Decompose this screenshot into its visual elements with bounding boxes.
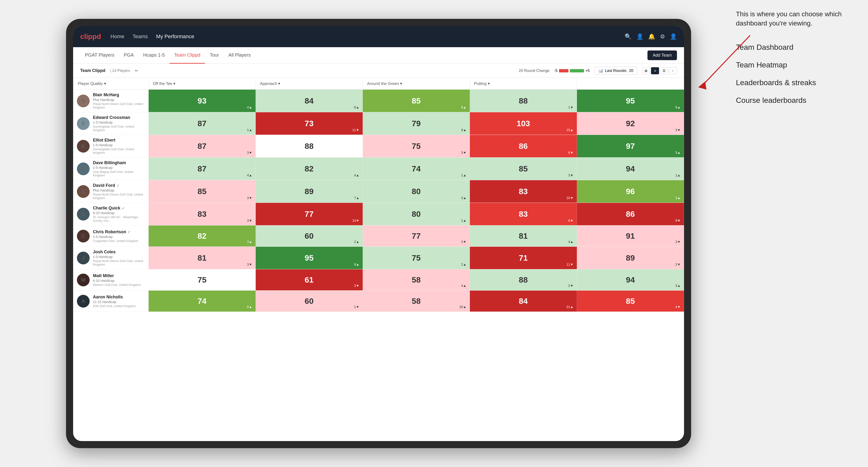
nav-link-teams[interactable]: Teams xyxy=(132,33,148,40)
score-value: 95 xyxy=(305,253,314,262)
col-headers: Player Quality ▾ Off the Tee ▾ Approach … xyxy=(73,78,684,90)
sub-nav-pga[interactable]: PGA xyxy=(119,47,138,64)
ipad-screen: clippd Home Teams My Performance 🔍 👤 🔔 ⚙… xyxy=(73,26,684,441)
score-change: 8▼ xyxy=(675,219,680,222)
nav-link-home[interactable]: Home xyxy=(111,33,124,40)
view-table-button[interactable]: ≡ xyxy=(651,67,659,74)
table-row[interactable]: JJosh Coles1-5 HandicapRoyal North Devon… xyxy=(73,247,684,269)
score-cell: 853▼ xyxy=(149,180,256,203)
table-row[interactable]: CCharlie Quick ✓6-10 HandicapSt. George'… xyxy=(73,203,684,225)
player-name[interactable]: David Ford ✓ xyxy=(93,183,145,188)
round-change-pos: +5 xyxy=(585,69,590,73)
player-name[interactable]: Matt Miller xyxy=(93,273,141,278)
player-name[interactable]: Chris Robertson ✓ xyxy=(93,229,138,235)
score-change: 7▲ xyxy=(354,196,359,200)
table-row[interactable]: MMatt Miller6-10 HandicapWoburn Golf Clu… xyxy=(73,269,684,290)
edit-icon[interactable]: ✏ xyxy=(135,68,138,73)
player-club: Royal North Devon Golf Club, United King… xyxy=(93,193,145,200)
sub-nav-all[interactable]: All Players xyxy=(224,47,255,64)
search-icon[interactable]: 🔍 xyxy=(625,33,632,40)
score-cell: 75 xyxy=(149,269,256,290)
score-cell: 8310▼ xyxy=(470,180,577,203)
view-list-button[interactable]: ☰ xyxy=(660,67,668,74)
score-value: 89 xyxy=(626,253,635,262)
score-cell: 7111▼ xyxy=(470,247,577,269)
score-change: 4▲ xyxy=(568,240,574,244)
table-row[interactable]: DDave Billingham1-5 HandicapGog Magog Go… xyxy=(73,158,684,180)
ipad-frame: clippd Home Teams My Performance 🔍 👤 🔔 ⚙… xyxy=(66,19,691,448)
player-info-cell: DDave Billingham1-5 HandicapGog Magog Go… xyxy=(73,158,149,180)
score-cell: 753▼ xyxy=(363,135,470,157)
dashboard-option-1: Team Dashboard xyxy=(736,42,859,53)
dashboard-option-3: Leaderboards & streaks xyxy=(736,77,859,88)
player-name[interactable]: Blair McHarg xyxy=(93,92,145,97)
col-header-green[interactable]: Around the Green ▾ xyxy=(363,78,470,89)
score-cell: 833▼ xyxy=(149,203,256,225)
player-handicap: 1-5 Handicap xyxy=(93,143,145,147)
col-header-player[interactable]: Player Quality ▾ xyxy=(73,78,149,89)
bell-icon[interactable]: 🔔 xyxy=(648,33,655,40)
table-row[interactable]: EElliot Ebert1-5 HandicapSunningdale Gol… xyxy=(73,135,684,158)
table-row[interactable]: EEdward Crossman1-5 HandicapSunningdale … xyxy=(73,112,684,135)
sub-nav-tour[interactable]: Tour xyxy=(205,47,224,64)
col-header-putting[interactable]: Putting ▾ xyxy=(470,78,577,89)
verified-icon: ✓ xyxy=(128,230,130,234)
score-value: 71 xyxy=(519,253,528,262)
player-club: Gog Magog Golf Club, United Kingdom xyxy=(93,170,145,177)
verified-icon: ✓ xyxy=(122,206,125,210)
player-name[interactable]: Edward Crossman xyxy=(93,115,145,120)
table-row[interactable]: CChris Robertson ✓1-5 HandicapCraigmilla… xyxy=(73,225,684,247)
score-value: 77 xyxy=(412,231,421,241)
score-cell: 868▼ xyxy=(577,203,684,225)
col-header-tee[interactable]: Off the Tee ▾ xyxy=(149,78,256,89)
score-cell: 871▲ xyxy=(149,112,256,135)
player-details: Elliot Ebert1-5 HandicapSunningdale Golf… xyxy=(93,138,145,154)
sub-nav-pgat[interactable]: PGAT Players xyxy=(80,47,119,64)
score-value: 83 xyxy=(519,187,528,196)
col-header-approach[interactable]: Approach ▾ xyxy=(256,78,363,89)
profile-icon[interactable]: 👤 xyxy=(637,33,644,40)
score-value: 74 xyxy=(198,297,207,306)
last-rounds-button[interactable]: 📊 Last Rounds: 20 xyxy=(594,67,637,74)
nav-link-performance[interactable]: My Performance xyxy=(156,33,194,40)
avatar: C xyxy=(77,230,90,243)
sub-nav-team[interactable]: Team Clippd xyxy=(169,47,205,64)
table-row[interactable]: DDavid Ford ✓Plus HandicapRoyal North De… xyxy=(73,180,684,203)
score-value: 60 xyxy=(305,297,314,306)
svg-marker-1 xyxy=(698,81,706,90)
score-cell: 601▼ xyxy=(256,290,363,312)
player-name[interactable]: Charlie Quick ✓ xyxy=(93,206,145,211)
sub-nav-hcaps[interactable]: Hcaps 1-5 xyxy=(138,47,169,64)
last-rounds-value: 20 xyxy=(629,69,633,73)
settings-icon[interactable]: ⚙ xyxy=(660,33,665,40)
score-cell: 803▲ xyxy=(363,180,470,203)
score-value: 85 xyxy=(198,187,207,196)
player-details: Matt Miller6-10 HandicapWoburn Golf Club… xyxy=(93,273,141,286)
score-value: 75 xyxy=(198,275,207,284)
player-name[interactable]: Dave Billingham xyxy=(93,160,145,165)
player-name[interactable]: Aaron Nicholls xyxy=(93,294,135,300)
view-export-button[interactable]: ↑ xyxy=(669,67,677,74)
score-cell: 8421▲ xyxy=(470,290,577,312)
player-handicap: 1-5 Handicap xyxy=(93,255,145,259)
score-cell: 741▲ xyxy=(363,158,470,180)
player-handicap: Plus Handicap xyxy=(93,98,145,102)
score-value: 89 xyxy=(305,187,314,196)
score-cell: 814▲ xyxy=(470,225,577,247)
score-change: 21▲ xyxy=(566,305,574,309)
score-value: 92 xyxy=(626,119,635,128)
table-row[interactable]: AAaron Nicholls11-15 HandicapDrift Golf … xyxy=(73,290,684,312)
last-rounds-label: Last Rounds: xyxy=(605,69,627,73)
add-team-button[interactable]: Add Team xyxy=(647,51,677,60)
table-row[interactable]: BBlair McHargPlus HandicapRoyal North De… xyxy=(73,90,684,112)
player-name[interactable]: Elliot Ebert xyxy=(93,138,145,143)
avatar: D xyxy=(77,185,90,198)
score-change: 4▲ xyxy=(247,173,252,177)
player-name[interactable]: Josh Coles xyxy=(93,250,145,254)
view-grid-button[interactable]: ⊞ xyxy=(642,67,650,74)
user-avatar-icon[interactable]: 👤 xyxy=(670,33,677,40)
verified-icon: ✓ xyxy=(117,184,119,187)
score-change: 15▲ xyxy=(566,128,574,132)
avatar: A xyxy=(77,295,90,308)
score-change: 1▼ xyxy=(568,105,574,109)
